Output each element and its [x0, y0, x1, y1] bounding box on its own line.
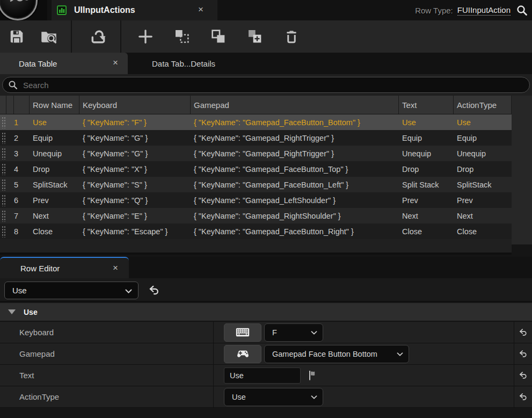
- gamepad-key-dropdown[interactable]: Gamepad Face Button Bottom: [264, 345, 409, 363]
- row-editor-panel: Row Editor × Use Use: [0, 257, 532, 418]
- drag-dots-icon[interactable]: [2, 179, 6, 191]
- drag-dots-icon[interactable]: [2, 117, 6, 128]
- save-button[interactable]: [4, 24, 29, 49]
- add-row-button[interactable]: [133, 24, 158, 49]
- row-drag-handle[interactable]: [0, 208, 6, 224]
- browse-content-browser-button[interactable]: [37, 24, 61, 49]
- keyboard-icon: [236, 328, 250, 337]
- table-row[interactable]: 4Drop{ "KeyName": "X" }{ "KeyName": "Gam…: [0, 161, 512, 177]
- column-header-row-name[interactable]: Row Name: [30, 96, 79, 114]
- close-icon[interactable]: ×: [113, 57, 118, 68]
- reset-arrow-icon: [519, 328, 528, 337]
- table-row[interactable]: 1Use{ "KeyName": "F" }{ "KeyName": "Game…: [0, 114, 512, 130]
- row-select-dropdown[interactable]: Use: [4, 282, 139, 299]
- row-drag-handle[interactable]: [0, 146, 6, 161]
- reset-actiontype-button[interactable]: [514, 386, 532, 407]
- keyboard-key-picker-button[interactable]: [224, 323, 261, 342]
- toolbar-divider: [120, 20, 121, 53]
- table-row[interactable]: 6Prev{ "KeyName": "Q" }{ "KeyName": "Gam…: [0, 192, 512, 208]
- drag-dots-icon[interactable]: [2, 226, 6, 237]
- cell-text: Drop: [399, 161, 454, 177]
- unreal-engine-logo-icon[interactable]: [0, 0, 38, 20]
- chevron-down-icon: [397, 352, 403, 356]
- chevron-down-icon: [311, 331, 317, 335]
- column-header-actiontype[interactable]: ActionType: [454, 96, 512, 114]
- cell-gamepad: { "KeyName": "Gamepad_RightTrigger" }: [191, 130, 399, 146]
- actiontype-dropdown[interactable]: Use: [224, 388, 323, 406]
- cell-text: Equip: [399, 130, 454, 146]
- toolbar: [0, 20, 532, 53]
- drag-dots-icon[interactable]: [2, 148, 6, 160]
- reimport-button[interactable]: [86, 24, 111, 49]
- table-row[interactable]: 8Close{ "KeyName": "Escape" }{ "KeyName"…: [0, 224, 512, 239]
- text-value-input[interactable]: [224, 367, 301, 384]
- rename-undo-icon[interactable]: [148, 284, 160, 296]
- panel-tab-strip: Data Table × Data Tab...Details: [0, 53, 532, 74]
- cell-text: Split Stack: [399, 177, 454, 192]
- asset-tab-title: UIInputActions: [74, 5, 135, 15]
- row-drag-handle[interactable]: [0, 177, 6, 192]
- copy-paste-button[interactable]: [170, 24, 194, 49]
- column-header-gamepad[interactable]: Gamepad: [191, 96, 399, 114]
- row-number: 2: [14, 130, 30, 146]
- cell-actiontype: Next: [454, 208, 512, 224]
- property-row-keyboard: Keyboard: [0, 322, 532, 343]
- tab-data-table-details[interactable]: Data Tab...Details: [128, 53, 266, 74]
- tab-data-table[interactable]: Data Table ×: [0, 53, 128, 74]
- category-header-use[interactable]: Use: [0, 303, 532, 321]
- reset-arrow-icon: [519, 349, 528, 358]
- drag-dots-icon[interactable]: [2, 210, 6, 222]
- column-header-text[interactable]: Text: [399, 96, 454, 114]
- asset-tab-uiinputactions[interactable]: UIInputActions ×: [52, 0, 217, 20]
- row-spacer: [6, 224, 14, 239]
- cell-actiontype: Use: [454, 114, 512, 130]
- close-icon[interactable]: ×: [198, 4, 203, 15]
- cell-keyboard: { "KeyName": "E" }: [79, 208, 191, 224]
- gamepad-key-picker-button[interactable]: [224, 345, 261, 363]
- row-drag-handle[interactable]: [0, 161, 6, 177]
- header-handle-cell: [0, 96, 6, 114]
- row-drag-handle[interactable]: [0, 224, 6, 239]
- row-number: 5: [14, 177, 30, 192]
- row-drag-handle[interactable]: [0, 192, 6, 208]
- drag-dots-icon[interactable]: [2, 194, 6, 206]
- table-row[interactable]: 3Unequip{ "KeyName": "G" }{ "KeyName": "…: [0, 146, 512, 161]
- close-icon[interactable]: ×: [113, 263, 118, 273]
- drag-dots-icon[interactable]: [2, 163, 6, 175]
- search-row: [0, 74, 532, 96]
- cell-text: Use: [399, 114, 454, 130]
- cell-keyboard: { "KeyName": "Q" }: [79, 192, 191, 208]
- row-drag-handle[interactable]: [0, 114, 6, 130]
- cell-text: Prev: [399, 192, 454, 208]
- drag-dots-icon[interactable]: [2, 132, 6, 144]
- row-spacer: [6, 130, 14, 146]
- cell-row-name: Close: [30, 224, 79, 239]
- localization-flag-icon[interactable]: [309, 370, 317, 381]
- delete-row-button[interactable]: [279, 24, 304, 49]
- cell-keyboard: { "KeyName": "Escape" }: [79, 224, 191, 239]
- search-input[interactable]: [23, 81, 529, 90]
- table-row[interactable]: 7Next{ "KeyName": "E" }{ "KeyName": "Gam…: [0, 208, 512, 224]
- browse-row-type-search-icon[interactable]: [516, 4, 528, 16]
- reset-keyboard-button[interactable]: [514, 322, 532, 343]
- cell-gamepad: { "KeyName": "Gamepad_LeftShoulder" }: [191, 192, 399, 208]
- table-row[interactable]: 2Equip{ "KeyName": "G" }{ "KeyName": "Ga…: [0, 130, 512, 146]
- row-spacer: [6, 208, 14, 224]
- expand-triangle-icon[interactable]: [8, 309, 16, 314]
- duplicate-button[interactable]: [243, 24, 267, 49]
- copy-button[interactable]: [206, 24, 231, 49]
- row-spacer: [6, 177, 14, 192]
- keyboard-key-dropdown[interactable]: F: [264, 323, 323, 342]
- reset-gamepad-button[interactable]: [514, 343, 532, 364]
- column-header-keyboard[interactable]: Keyboard: [79, 96, 191, 114]
- row-number: 3: [14, 146, 30, 161]
- row-drag-handle[interactable]: [0, 130, 6, 146]
- cell-gamepad: { "KeyName": "Gamepad_FaceButton_Right" …: [191, 224, 399, 239]
- search-input-container[interactable]: [2, 77, 530, 93]
- row-type-value-link[interactable]: FUIInputAction: [457, 5, 511, 16]
- table-row[interactable]: 5SplitStack{ "KeyName": "S" }{ "KeyName"…: [0, 177, 512, 192]
- title-bar: UIInputActions × Row Type: FUIInputActio…: [0, 0, 532, 20]
- reset-text-button[interactable]: [514, 365, 532, 386]
- cell-keyboard: { "KeyName": "S" }: [79, 177, 191, 192]
- tab-row-editor[interactable]: Row Editor ×: [0, 257, 129, 278]
